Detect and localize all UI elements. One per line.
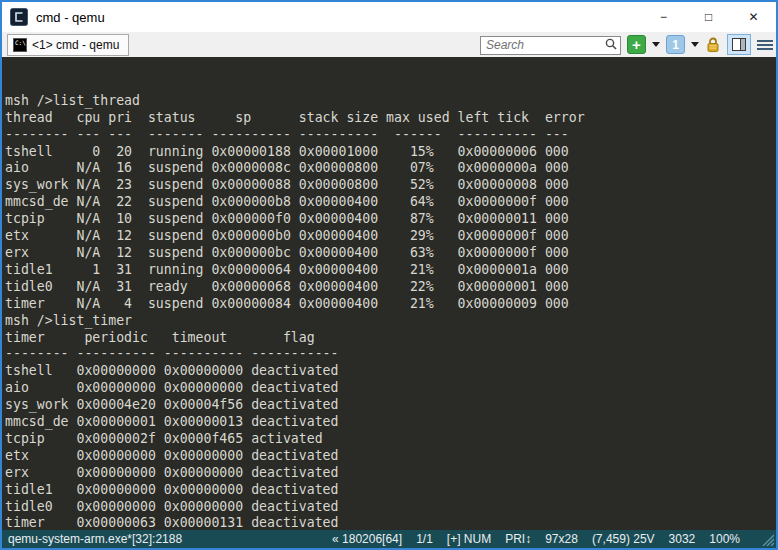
search-input[interactable] xyxy=(480,36,621,55)
new-console-dropdown-icon[interactable] xyxy=(652,42,660,47)
title-bar: cmd - qemu − □ ✕ xyxy=(2,2,776,32)
active-console-button[interactable]: 1 xyxy=(666,35,685,54)
minimize-button[interactable]: − xyxy=(641,2,686,32)
status-zoom-percent: 100% xyxy=(709,532,740,546)
conemu-app-icon xyxy=(10,8,28,26)
status-priority: PRI↕ xyxy=(505,532,531,546)
cmd-icon: C:\ xyxy=(13,38,27,52)
status-cursor-info: (7,459) 25V xyxy=(592,532,655,546)
status-keyboard-flags: [+] NUM xyxy=(447,532,491,546)
lock-icon[interactable] xyxy=(705,36,721,53)
maximize-button[interactable]: □ xyxy=(686,2,731,32)
status-console-size: 97x28 xyxy=(545,532,578,546)
terminal-console[interactable]: msh />list_thread thread cpu pri status … xyxy=(2,57,776,530)
terminal-output: msh />list_thread thread cpu pri status … xyxy=(5,93,776,530)
view-panel-toggle-button[interactable] xyxy=(727,34,751,55)
tab-cmd-qemu[interactable]: C:\ <1> cmd - qemu xyxy=(7,34,129,56)
status-bar: qemu-system-arm.exe*[32]:2188 « 180206[6… xyxy=(2,530,776,548)
tab-label: <1> cmd - qemu xyxy=(32,38,119,52)
resize-grip[interactable] xyxy=(760,532,774,546)
close-button[interactable]: ✕ xyxy=(731,2,776,32)
tab-bar: C:\ <1> cmd - qemu + 1 xyxy=(2,32,776,57)
panel-icon xyxy=(732,38,746,51)
status-process-info: qemu-system-arm.exe*[32]:2188 xyxy=(8,532,182,546)
toolbar: + 1 xyxy=(480,34,773,55)
search-icon xyxy=(604,37,618,51)
console-list-dropdown-icon[interactable] xyxy=(691,42,699,47)
new-console-button[interactable]: + xyxy=(627,35,646,54)
search-box xyxy=(480,35,621,54)
window-title: cmd - qemu xyxy=(36,10,105,25)
main-menu-button[interactable] xyxy=(757,40,773,50)
status-value: 3032 xyxy=(669,532,696,546)
status-build-number: « 180206[64] xyxy=(332,532,402,546)
conemu-window: cmd - qemu − □ ✕ C:\ <1> cmd - qemu + 1 xyxy=(0,0,778,550)
status-tab-count: 1/1 xyxy=(416,532,433,546)
